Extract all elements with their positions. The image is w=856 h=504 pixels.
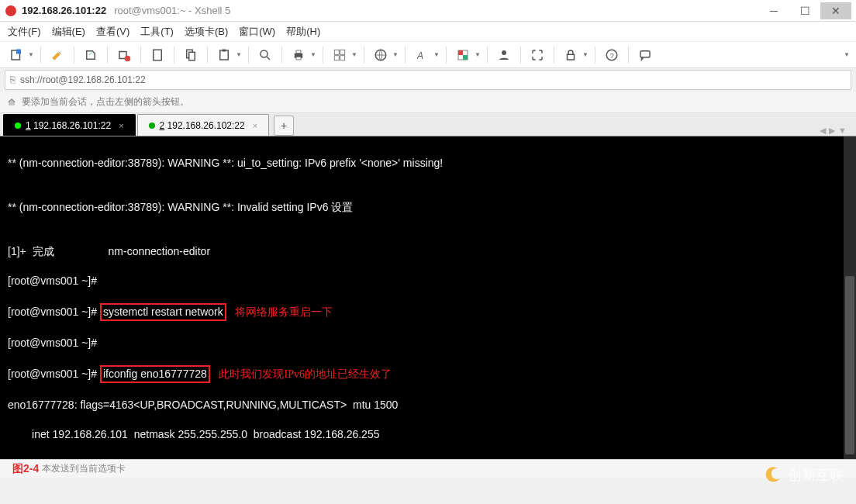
svg-rect-12 xyxy=(296,50,301,54)
chat-icon[interactable] xyxy=(635,45,655,65)
svg-text:A: A xyxy=(416,50,423,60)
tab-number: 1 xyxy=(26,120,31,131)
menu-help[interactable]: 帮助(H) xyxy=(286,25,320,39)
terminal-line: [1]+ 完成 nm-connection-editor xyxy=(8,244,848,259)
highlighted-command: ifconfig eno16777728 xyxy=(100,365,210,383)
svg-rect-16 xyxy=(334,55,339,60)
hint-text: 要添加当前会话，点击左侧的箭头按钮。 xyxy=(22,95,189,109)
terminal-scrollbar[interactable] xyxy=(844,136,856,459)
status-dot-icon xyxy=(15,123,21,129)
svg-rect-13 xyxy=(296,57,301,60)
svg-point-23 xyxy=(502,50,506,55)
maximize-button[interactable]: ☐ xyxy=(789,2,820,19)
toolbar: ▼ ▼ ▼ ▼ ▼ A ▼ ▼ ▼ ? ▼ xyxy=(0,42,856,68)
svg-rect-2 xyxy=(16,49,21,54)
dropdown-icon[interactable]: ▼ xyxy=(351,51,357,58)
svg-rect-7 xyxy=(189,52,195,60)
tab-label: 192.168.26.102:22 xyxy=(164,120,244,131)
terminal-line: [root@vms001 ~]# xyxy=(8,336,848,350)
addressbar[interactable]: ⎘ ssh://root@192.168.26.101:22 xyxy=(5,70,851,90)
figure-label: 图2-4 xyxy=(12,462,39,476)
annotation-text: 将网络服务重启一下 xyxy=(235,306,333,318)
dropdown-icon[interactable]: ▼ xyxy=(392,51,399,58)
menu-tabs[interactable]: 选项卡(B) xyxy=(185,25,228,39)
dropdown-icon[interactable]: ▼ xyxy=(475,51,481,58)
scrollbar-thumb[interactable] xyxy=(845,276,854,454)
disconnect-icon[interactable] xyxy=(114,45,134,65)
find-icon[interactable] xyxy=(255,45,275,65)
toolbar-overflow-icon[interactable]: ▼ xyxy=(844,51,850,58)
paste-icon[interactable] xyxy=(214,45,234,65)
app-icon xyxy=(5,5,17,17)
tab-close-icon[interactable]: × xyxy=(119,121,123,130)
lock-icon[interactable] xyxy=(561,45,581,65)
titlebar: 192.168.26.101:22 root@vms001:~ - Xshell… xyxy=(0,0,856,22)
user-icon[interactable] xyxy=(494,45,514,65)
terminal-line: ** (nm-connection-editor:38789): WARNING… xyxy=(8,156,848,171)
tab-session-1[interactable]: 1 192.168.26.101:22 × xyxy=(3,114,136,136)
edit-icon[interactable] xyxy=(47,45,67,65)
font-icon[interactable]: A xyxy=(412,45,432,65)
menu-window[interactable]: 窗口(W) xyxy=(239,25,275,39)
svg-rect-14 xyxy=(334,50,339,54)
svg-point-4 xyxy=(125,55,131,61)
fullscreen-icon[interactable] xyxy=(527,45,547,65)
svg-rect-9 xyxy=(223,49,226,51)
svg-rect-22 xyxy=(463,55,468,60)
dropdown-icon[interactable]: ▼ xyxy=(310,51,316,58)
link-icon: ⎘ xyxy=(10,74,16,85)
terminal-line: inet 192.168.26.101 netmask 255.255.255.… xyxy=(8,427,848,442)
svg-text:?: ? xyxy=(610,51,614,59)
address-text: ssh://root@192.168.26.101:22 xyxy=(20,74,146,85)
dropdown-icon[interactable]: ▼ xyxy=(28,51,34,58)
window-title-ip: 192.168.26.101:22 xyxy=(22,5,106,16)
menu-view[interactable]: 查看(V) xyxy=(96,25,129,39)
svg-rect-21 xyxy=(458,50,463,55)
svg-rect-8 xyxy=(220,50,229,60)
svg-point-0 xyxy=(5,5,16,16)
close-button[interactable]: ✕ xyxy=(820,2,851,19)
terminal-line: [root@vms001 ~]# xyxy=(8,274,848,288)
help-icon[interactable]: ? xyxy=(602,45,622,65)
tab-next-icon[interactable]: ▶ xyxy=(829,126,835,136)
tab-prev-icon[interactable]: ◀ xyxy=(820,126,826,136)
status-text: 本发送到当前选项卡 xyxy=(42,462,126,475)
dropdown-icon[interactable]: ▼ xyxy=(582,51,588,58)
dropdown-icon[interactable]: ▼ xyxy=(236,51,242,58)
terminal-line: [root@vms001 ~]# ifconfig eno16777728 此时… xyxy=(8,365,848,383)
tab-session-2[interactable]: 2 192.168.26.102:22 × xyxy=(137,114,270,136)
hint-arrow-icon[interactable]: ⟰ xyxy=(8,97,16,108)
statusbar: 图2-4 本发送到当前选项卡 xyxy=(0,459,856,478)
terminal-line: [root@vms001 ~]# systemctl restart netwo… xyxy=(8,303,848,321)
terminal[interactable]: ** (nm-connection-editor:38789): WARNING… xyxy=(0,136,856,459)
annotation-text: 此时我们发现IPv6的地址已经生效了 xyxy=(219,368,391,380)
highlighted-command: systemctl restart network xyxy=(100,303,226,321)
svg-rect-5 xyxy=(154,50,162,60)
menu-file[interactable]: 文件(F) xyxy=(8,25,41,39)
terminal-line: ** (nm-connection-editor:38789): WARNING… xyxy=(8,200,848,215)
menu-tools[interactable]: 工具(T) xyxy=(140,25,174,39)
color-icon[interactable] xyxy=(453,45,473,65)
tab-menu-icon[interactable]: ▼ xyxy=(838,126,847,136)
layout-icon[interactable] xyxy=(330,45,350,65)
dropdown-icon[interactable]: ▼ xyxy=(433,51,440,58)
tab-label: 192.168.26.101:22 xyxy=(31,120,111,131)
print-icon[interactable] xyxy=(288,45,309,65)
svg-point-10 xyxy=(261,50,268,57)
menu-edit[interactable]: 编辑(E) xyxy=(52,25,85,39)
properties-icon[interactable] xyxy=(147,45,167,65)
add-tab-button[interactable]: + xyxy=(274,116,294,136)
hintbar: ⟰ 要添加当前会话，点击左侧的箭头按钮。 xyxy=(0,91,856,113)
minimize-button[interactable]: ─ xyxy=(758,2,789,19)
copy-icon[interactable] xyxy=(181,45,201,65)
menubar: 文件(F) 编辑(E) 查看(V) 工具(T) 选项卡(B) 窗口(W) 帮助(… xyxy=(0,22,856,42)
svg-rect-15 xyxy=(340,50,345,54)
globe-icon[interactable] xyxy=(371,45,391,65)
tab-close-icon[interactable]: × xyxy=(253,121,257,130)
new-session-icon[interactable] xyxy=(6,45,26,65)
window-title-sub: root@vms001:~ - Xshell 5 xyxy=(114,5,230,16)
svg-rect-24 xyxy=(568,54,575,60)
reconnect-icon[interactable] xyxy=(81,45,101,65)
svg-rect-27 xyxy=(640,50,650,57)
svg-rect-17 xyxy=(340,55,345,60)
